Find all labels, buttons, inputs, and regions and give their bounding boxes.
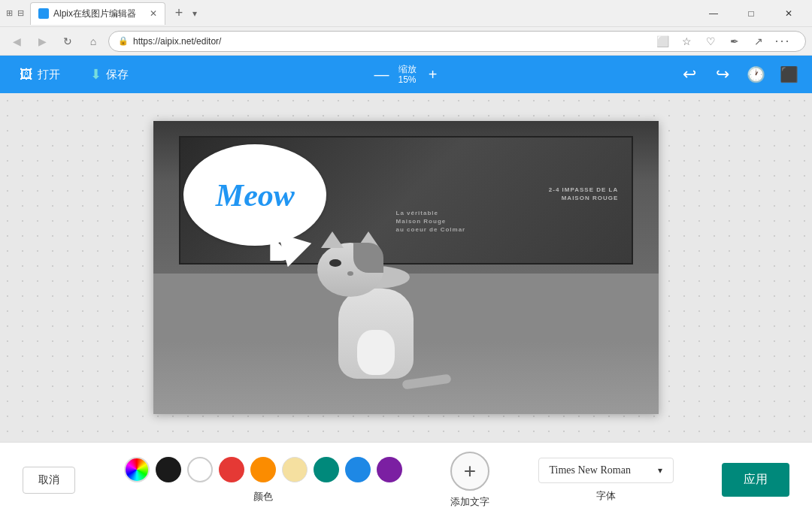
title-bar-left: ⊞ ⊟ (6, 8, 24, 18)
open-icon: 🖼 (20, 67, 33, 83)
toolbar-right: ↩ ↪ 🕐 ⬛ (678, 63, 800, 86)
font-label: 字体 (596, 489, 616, 503)
palette-swatch[interactable] (124, 457, 150, 482)
back-button[interactable]: ◀ (6, 31, 27, 52)
minimize-button[interactable]: — (696, 2, 731, 25)
lock-icon: 🔒 (118, 36, 129, 46)
color-section: 颜色 (124, 457, 402, 503)
share-icon[interactable]: ↗ (750, 32, 768, 50)
window-controls: — □ ✕ (696, 2, 806, 25)
reading-view-icon[interactable]: ⬜ (653, 32, 671, 50)
sign-text-right: 2-4 IMPASSE DE LAMAISON ROUGE (549, 186, 618, 202)
zoom-in-button[interactable]: + (423, 64, 444, 85)
address-right-icons: ⬜ ☆ ♡ ✒ ↗ ··· (649, 32, 796, 50)
bubble-body: Meow (183, 144, 326, 246)
cancel-button[interactable]: 取消 (23, 467, 75, 494)
font-section: Times New Roman ▾ 字体 (538, 458, 674, 503)
add-text-label: 添加文字 (450, 495, 489, 509)
color-swatch-blue[interactable] (345, 457, 371, 482)
font-name-text: Times New Roman (550, 464, 631, 476)
add-text-plus-icon: + (464, 459, 476, 483)
image-container: 2-4 IMPASSE DE LAMAISON ROUGE La véritab… (153, 121, 659, 414)
tab-favicon (38, 8, 49, 19)
new-tab-button[interactable]: + (168, 3, 189, 24)
color-swatch-orange[interactable] (250, 457, 276, 482)
favorites2-icon[interactable]: ♡ (701, 32, 720, 50)
app-toolbar: 🖼 打开 ⬇ 保存 — 缩放 15% + ↩ ↪ 🕐 ⬛ (0, 56, 812, 93)
save-button[interactable]: ⬇ 保存 (83, 62, 136, 87)
zoom-percent-text: 15% (398, 74, 416, 85)
address-bar: ◀ ▶ ↻ ⌂ 🔒 https://aipix.net/editor/ ⬜ ☆ … (0, 27, 812, 56)
refresh-button[interactable]: ↻ (57, 31, 78, 52)
tab-label: Alpix在线图片编辑器 (53, 8, 136, 20)
color-swatch-yellow[interactable] (282, 457, 308, 482)
open-button[interactable]: 🖼 打开 (12, 62, 68, 87)
maximize-button[interactable]: □ (734, 2, 768, 25)
apply-button[interactable]: 应用 (722, 463, 789, 497)
save-label: 保存 (106, 68, 129, 82)
redo-button[interactable]: ↪ (711, 63, 734, 86)
add-text-section: + 添加文字 (450, 452, 489, 509)
title-bar: ⊞ ⊟ Alpix在线图片编辑器 ✕ + ▾ — □ ✕ (0, 0, 812, 27)
address-field[interactable]: 🔒 https://aipix.net/editor/ ⬜ ☆ ♡ ✒ ↗ ··… (108, 31, 806, 52)
notes-icon[interactable]: ✒ (726, 32, 744, 50)
undo-button[interactable]: ↩ (678, 63, 701, 86)
zoom-label: 缩放 15% (398, 64, 416, 86)
save-icon: ⬇ (90, 66, 102, 83)
more-icon[interactable]: ··· (774, 32, 792, 50)
layers-button[interactable]: ⬛ (777, 63, 800, 86)
color-swatch-white[interactable] (187, 457, 213, 482)
color-swatch-red[interactable] (219, 457, 244, 482)
add-text-button[interactable]: + (450, 452, 489, 491)
color-swatch-green[interactable] (314, 457, 339, 482)
color-swatch-black[interactable] (156, 457, 181, 482)
zoom-out-button[interactable]: — (371, 64, 392, 85)
speech-bubble[interactable]: Meow (183, 144, 334, 261)
font-selector[interactable]: Times New Roman ▾ (538, 458, 674, 483)
close-button[interactable]: ✕ (771, 2, 806, 25)
chevron-down-icon: ▾ (658, 465, 662, 476)
active-tab[interactable]: Alpix在线图片编辑器 ✕ (30, 2, 165, 25)
tab-strip: Alpix在线图片编辑器 ✕ + ▾ (30, 2, 690, 25)
url-text: https://aipix.net/editor/ (133, 36, 644, 47)
history-button[interactable]: 🕐 (744, 63, 767, 86)
color-swatches (124, 457, 402, 482)
bottom-toolbar: 取消 (0, 442, 812, 517)
color-label: 颜色 (253, 490, 273, 503)
bubble-text: Meow (216, 177, 295, 213)
sign-text-left: La véritableMaison Rougeau coeur de Colm… (396, 209, 466, 234)
open-label: 打开 (38, 68, 60, 82)
canvas-area[interactable]: 2-4 IMPASSE DE LAMAISON ROUGE La véritab… (0, 93, 812, 442)
zoom-title-text: 缩放 (398, 64, 417, 74)
home-button[interactable]: ⌂ (83, 31, 104, 52)
tab-close-button[interactable]: ✕ (150, 8, 157, 19)
forward-button[interactable]: ▶ (32, 31, 53, 52)
tab-dropdown-button[interactable]: ▾ (192, 8, 197, 19)
color-swatch-purple[interactable] (377, 457, 402, 482)
zoom-control: — 缩放 15% + (371, 64, 443, 86)
favorites-icon[interactable]: ☆ (677, 32, 695, 50)
